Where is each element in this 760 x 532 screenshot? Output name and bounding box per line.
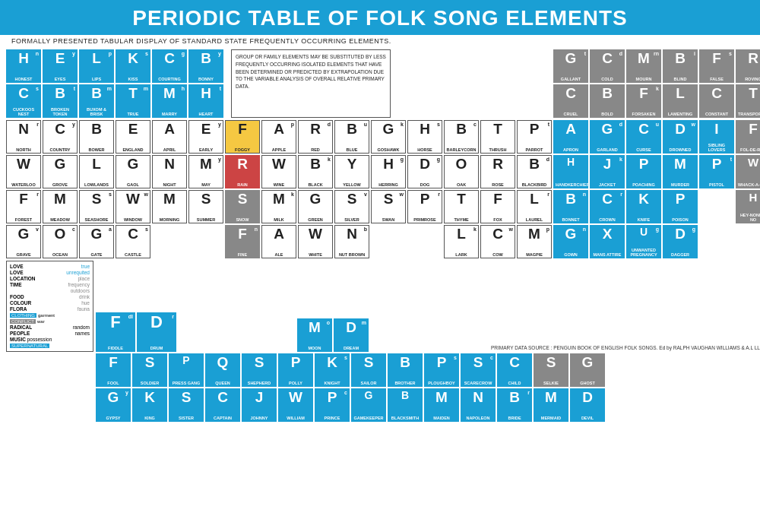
e-parrot: tPPARROT bbox=[517, 120, 552, 154]
e-king: KKING bbox=[132, 388, 167, 422]
e-ale: AALE bbox=[261, 225, 296, 258]
e-may: yMMAY bbox=[188, 155, 223, 188]
e-murder: MMURDER bbox=[663, 155, 698, 188]
element-C-cruel: CCRUEL bbox=[553, 84, 588, 118]
e-dagger: gDDAGGER bbox=[663, 225, 698, 258]
e-sister: SSISTER bbox=[169, 388, 204, 422]
e-sailor: SSAILOR bbox=[351, 353, 386, 387]
e-early: yEEARLY bbox=[188, 120, 223, 154]
e-snow: SSNOW bbox=[225, 190, 260, 223]
main-row-5: rFFOREST MMEADOW sSSEASHORE wWWINDOW MMO… bbox=[6, 190, 760, 223]
e-oak: OOAK bbox=[444, 155, 479, 188]
e-apron: AAPRON bbox=[553, 120, 588, 154]
e-morning: MMORNING bbox=[152, 190, 187, 223]
element-C-cold: dCCOLD bbox=[590, 49, 625, 83]
e-apple: pAAPPLE bbox=[261, 120, 296, 154]
e-garland: dGGARLAND bbox=[590, 120, 625, 154]
e-devil: DDEVIL bbox=[570, 388, 605, 422]
right-row-1: tGGALLANT dCCOLD rnMMOURN iBBLIND sFFALS… bbox=[553, 49, 760, 83]
e-lowlands: LLOWLANDS bbox=[79, 155, 114, 188]
row-2: sCCUCKOOS NEST tBBROKEN TOKEN mBBUXOM & … bbox=[6, 84, 223, 118]
subtitle: FORMALLY PRESENTED TABULAR DISPLAY OF ST… bbox=[0, 35, 760, 47]
element-L: pLLIPS bbox=[79, 49, 114, 83]
moon-dream-col: oMMOON mDDREAM bbox=[297, 261, 369, 352]
e-nutbrown: bNNUT BROWN bbox=[334, 225, 369, 258]
e-bower: BBOWER bbox=[79, 120, 114, 154]
e-north: rNNORTH bbox=[6, 120, 41, 154]
e-blacksmith: BBLACKSMITH bbox=[388, 388, 423, 422]
main-table: nHHONEST yEEYES pLLIPS sKKISS gCCOURTING… bbox=[6, 47, 760, 529]
e-thyme: TTHYME bbox=[444, 190, 479, 223]
e-gamekeeper: GGAMEKEEPER bbox=[351, 388, 386, 422]
e-curse: uCCURSE bbox=[626, 120, 661, 154]
e-country: yCCOUNTRY bbox=[43, 120, 78, 154]
e-swan: wSSWAN bbox=[371, 190, 406, 223]
e-milk: kMMILK bbox=[261, 190, 296, 223]
e-england: EENGLAND bbox=[116, 120, 150, 154]
legend: LOVEtrue LOVEunrequited LOCATIONplace TI… bbox=[6, 261, 93, 352]
header: PERIODIC TABLE OF FOLK SONG ELEMENTS bbox=[0, 0, 760, 35]
e-goshawk: kGGOSHAWK bbox=[371, 120, 406, 154]
e-april: AAPRIL bbox=[152, 120, 187, 154]
e-fox: FFOX bbox=[480, 190, 515, 223]
e-soldier: SSOLDIER bbox=[132, 353, 167, 387]
e-horse: sHHORSE bbox=[407, 120, 442, 154]
element-M-mourn: rnMMOURN bbox=[626, 49, 661, 83]
e-dog: gDDOG bbox=[407, 155, 442, 188]
e-mansattire: XMANS ATTIRE bbox=[590, 225, 625, 258]
element-M-marry: hMMARRY bbox=[152, 84, 187, 118]
e-shepherd: SSHEPHERD bbox=[242, 353, 277, 387]
e-primrose: rPPRIMROSE bbox=[407, 190, 442, 223]
element-C-court: gCCOURTING bbox=[152, 49, 187, 83]
e-queen: QQUEEN bbox=[205, 353, 240, 387]
e-cow: wCCOW bbox=[480, 225, 515, 258]
element-F-false: sFFALSE bbox=[699, 49, 734, 83]
e-gown: nGGOWN bbox=[553, 225, 588, 258]
e-night: NNIGHT bbox=[152, 155, 187, 188]
e-foggy: FFOGGY bbox=[225, 120, 260, 154]
e-heynonny: nnHHEY-NONNY-NO bbox=[736, 190, 760, 223]
element-B-blind: iBBLIND bbox=[663, 49, 698, 83]
e-red: dRRED bbox=[298, 120, 333, 154]
e-crown: rCCROWN bbox=[590, 190, 625, 223]
e-lark: kLLARK bbox=[444, 225, 479, 258]
e-wine: WWINE bbox=[261, 155, 296, 188]
e-magpie: pMMAGPIE bbox=[517, 225, 552, 258]
e-fine: nFFINE bbox=[225, 225, 260, 258]
e-pressgang: PPRESS GANG bbox=[169, 353, 204, 387]
e-barley: cBBARLEYCORN bbox=[444, 120, 479, 154]
element-C-cuckoo: sCCUCKOOS NEST bbox=[6, 84, 41, 118]
e-grave: vGGRAVE bbox=[6, 225, 41, 258]
e-sibling: ISIBLING LOVERS bbox=[699, 120, 734, 154]
soldier-row: FFOOL SSOLDIER PPRESS GANG QQUEEN SSHEPH… bbox=[96, 353, 760, 387]
e-mermaid: MMERMAID bbox=[534, 388, 568, 422]
page: PERIODIC TABLE OF FOLK SONG ELEMENTS FOR… bbox=[0, 0, 760, 532]
e-brother: BBROTHER bbox=[388, 353, 423, 387]
e-bride: rBBRIDE bbox=[497, 388, 532, 422]
e-rain: RRAIN bbox=[225, 155, 260, 188]
e-gate: aGGATE bbox=[79, 225, 114, 258]
e-laurel: rLLAUREL bbox=[517, 190, 552, 223]
e-unwanted: gUUNWANTED PREGNANCY bbox=[626, 225, 661, 258]
e-scarecrow: cSSCARECROW bbox=[461, 353, 496, 387]
e-prince: cPPRINCE bbox=[315, 388, 350, 422]
e-meadow: MMEADOW bbox=[43, 190, 78, 223]
e-polly: PPOLLY bbox=[278, 353, 313, 387]
e-grove: GGROVE bbox=[43, 155, 78, 188]
e-castle: sCCASTLE bbox=[116, 225, 150, 258]
element-R-roving: vRROVING bbox=[736, 49, 760, 83]
element-H: nHHONEST bbox=[6, 49, 41, 83]
e-ocean: cOOCEAN bbox=[43, 225, 78, 258]
e-silver: vSSILVER bbox=[334, 190, 369, 223]
element-L-lament: LLAMENTING bbox=[663, 84, 698, 118]
e-fiddle: dlFFIDDLE bbox=[96, 312, 135, 352]
e-gaol: GGAOL bbox=[116, 155, 150, 188]
e-captain: CCAPTAIN bbox=[205, 388, 240, 422]
e-seashore: sSSEASHORE bbox=[79, 190, 114, 223]
e-window: wWWINDOW bbox=[116, 190, 150, 223]
main-row-4: WWATERLOO GGROVE LLOWLANDS GGAOL NNIGHT … bbox=[6, 155, 760, 188]
e-johnny: JJOHNNY bbox=[242, 388, 277, 422]
e-william: WWILLIAM bbox=[278, 388, 313, 422]
note-box: GROUP OR FAMILY ELEMENTS MAY BE SUBSTITU… bbox=[231, 49, 391, 118]
main-row-3: rNNORTH yCCOUNTRY BBOWER EENGLAND AAPRIL… bbox=[6, 120, 760, 154]
